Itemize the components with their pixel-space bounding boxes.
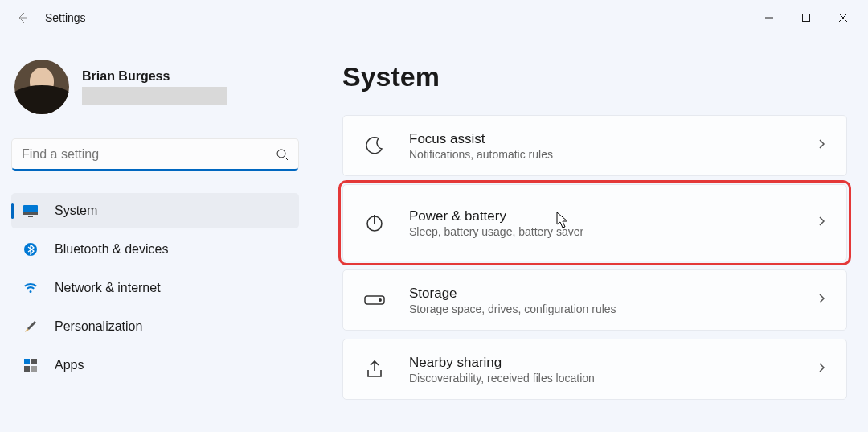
sidebar-item-label: Apps — [55, 358, 84, 372]
chevron-right-icon — [816, 216, 827, 230]
search-box[interactable] — [11, 138, 299, 171]
maximize-button[interactable] — [788, 5, 825, 31]
avatar — [14, 60, 69, 114]
sidebar-item-label: Personalization — [55, 319, 142, 334]
card-nearby-sharing[interactable]: Nearby sharing Discoverability, received… — [342, 339, 847, 400]
chevron-right-icon — [816, 362, 827, 376]
nav-list: System Bluetooth & devices Network & int… — [11, 193, 299, 383]
sidebar-item-label: Network & internet — [55, 281, 161, 295]
svg-rect-9 — [31, 366, 37, 372]
card-subtitle: Sleep, battery usage, battery saver — [409, 225, 793, 238]
card-title: Power & battery — [409, 208, 793, 224]
sidebar-item-personalization[interactable]: Personalization — [11, 309, 299, 344]
card-power-battery[interactable]: Power & battery Sleep, battery usage, ba… — [342, 184, 847, 261]
maximize-icon — [801, 13, 811, 23]
card-subtitle: Notifications, automatic rules — [409, 148, 793, 161]
app-title: Settings — [45, 11, 86, 24]
back-button[interactable] — [6, 2, 39, 34]
card-title: Nearby sharing — [409, 355, 793, 371]
card-title: Storage — [409, 286, 793, 302]
minimize-button[interactable] — [751, 5, 788, 31]
svg-point-12 — [379, 299, 381, 301]
back-arrow-icon — [16, 11, 29, 24]
chevron-right-icon — [816, 293, 827, 307]
svg-rect-4 — [28, 216, 33, 217]
search-input[interactable] — [22, 147, 276, 162]
chevron-right-icon — [816, 138, 827, 153]
sidebar-item-system[interactable]: System — [11, 193, 299, 228]
minimize-icon — [764, 13, 774, 23]
card-title: Focus assist — [409, 131, 793, 147]
content-area: System Focus assist Notifications, autom… — [310, 35, 868, 432]
titlebar: Settings — [0, 0, 868, 35]
user-info: Brian Burgess — [82, 69, 296, 105]
wifi-icon — [23, 280, 39, 296]
sidebar-item-label: Bluetooth & devices — [55, 242, 168, 257]
user-name: Brian Burgess — [82, 69, 296, 84]
card-subtitle: Storage space, drives, configuration rul… — [409, 302, 793, 315]
moon-icon — [362, 134, 387, 158]
sidebar-item-apps[interactable]: Apps — [11, 348, 299, 383]
svg-rect-7 — [31, 359, 37, 364]
sidebar-item-network[interactable]: Network & internet — [11, 270, 299, 306]
card-focus-assist[interactable]: Focus assist Notifications, automatic ru… — [342, 115, 847, 176]
bluetooth-icon — [23, 241, 39, 257]
card-subtitle: Discoverability, received files location — [409, 372, 793, 385]
display-icon — [23, 203, 39, 219]
sidebar-item-label: System — [55, 204, 97, 218]
drive-icon — [362, 288, 387, 312]
paintbrush-icon — [23, 319, 39, 335]
share-icon — [362, 357, 387, 381]
svg-rect-6 — [24, 359, 30, 364]
power-icon — [362, 211, 387, 235]
sidebar-item-bluetooth[interactable]: Bluetooth & devices — [11, 232, 299, 267]
window-controls — [751, 5, 862, 31]
close-icon — [838, 13, 848, 23]
svg-point-1 — [277, 150, 285, 158]
svg-rect-3 — [23, 212, 38, 215]
user-block[interactable]: Brian Burgess — [11, 35, 299, 134]
settings-cards: Focus assist Notifications, automatic ru… — [342, 115, 847, 400]
search-icon — [276, 148, 289, 161]
user-email-redacted — [82, 87, 227, 105]
svg-rect-8 — [24, 366, 30, 372]
sidebar: Brian Burgess System — [0, 35, 310, 432]
svg-rect-0 — [803, 14, 810, 22]
apps-icon — [23, 357, 39, 373]
close-button[interactable] — [825, 5, 862, 31]
page-title: System — [342, 61, 847, 93]
card-storage[interactable]: Storage Storage space, drives, configura… — [342, 269, 847, 331]
